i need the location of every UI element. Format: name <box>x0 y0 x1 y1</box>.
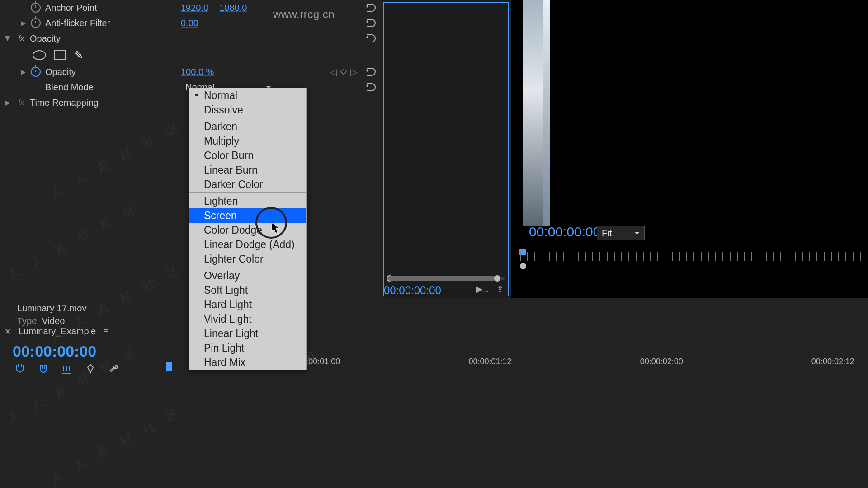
play-resolution-icon[interactable]: ▶⎵ <box>476 284 488 294</box>
fx-badge-icon[interactable]: fx <box>15 98 27 107</box>
stopwatch-icon[interactable] <box>31 67 41 77</box>
preview-content <box>543 0 550 226</box>
menu-item-color-burn[interactable]: Color Burn <box>189 148 306 163</box>
menu-item-linear-dodge-add[interactable]: Linear Dodge (Add) <box>189 237 306 252</box>
cursor-icon <box>271 222 280 237</box>
ellipse-mask-icon[interactable] <box>33 50 46 60</box>
preview-timecode[interactable]: 00:00:00:00 <box>529 224 600 239</box>
preview-ruler-handle[interactable] <box>520 263 526 269</box>
menu-item-darken[interactable]: Darken <box>189 119 306 134</box>
reset-icon[interactable] <box>366 68 376 76</box>
preview-content <box>523 0 543 226</box>
menu-item-dissolve[interactable]: Dissolve <box>189 103 306 117</box>
asset-type-label: Type: <box>17 316 39 326</box>
reset-icon[interactable] <box>366 83 376 91</box>
zoom-slider[interactable] <box>387 277 505 280</box>
ruler-tick-label: 00:00:02:00 <box>640 357 683 365</box>
anchor-point-y-value[interactable]: 1080.0 <box>219 3 247 13</box>
panel-menu-icon[interactable]: ≡ <box>103 326 107 337</box>
reset-icon[interactable] <box>366 34 376 42</box>
watermark-url: www.rrcg.cn <box>273 8 335 21</box>
snap-icon[interactable] <box>14 363 25 376</box>
menu-separator <box>189 267 306 267</box>
disclosure-icon[interactable] <box>0 99 15 106</box>
pen-mask-icon[interactable] <box>74 49 83 61</box>
menu-item-soft-light[interactable]: Soft Light <box>189 283 306 297</box>
stopwatch-icon[interactable] <box>31 18 41 28</box>
prop-blend-mode-label: Blend Mode <box>45 82 181 93</box>
timeline-timecode[interactable]: 00:00:00:00 <box>13 343 96 360</box>
asset-info: Luminary 17.mov Type: Video <box>17 302 86 327</box>
menu-item-lighten[interactable]: Lighten <box>189 194 306 208</box>
settings-icon[interactable] <box>108 363 119 376</box>
asset-type-value: Video <box>42 316 65 326</box>
panel-timecode[interactable]: 00:00:00:00 <box>384 284 441 297</box>
preview-frame <box>383 2 509 296</box>
magnet-icon[interactable] <box>38 363 49 376</box>
marker-icon[interactable] <box>85 363 96 376</box>
stopwatch-icon[interactable] <box>31 3 41 13</box>
menu-item-color-dodge[interactable]: Color Dodge <box>189 223 306 237</box>
close-tab-icon[interactable]: ✕ <box>5 327 11 337</box>
effect-opacity-label: Opacity <box>30 33 181 44</box>
preview-right-pane: 00:00:00:00 Fit <box>511 0 868 298</box>
menu-item-darker-color[interactable]: Darker Color <box>189 177 306 192</box>
menu-item-screen[interactable]: Screen <box>189 208 306 223</box>
menu-item-linear-burn[interactable]: Linear Burn <box>189 163 306 177</box>
timeline-tools <box>14 363 119 376</box>
menu-item-linear-light[interactable]: Linear Light <box>189 326 306 341</box>
disclosure-icon[interactable] <box>0 35 15 42</box>
menu-item-overlay[interactable]: Overlay <box>189 268 306 283</box>
reset-icon[interactable] <box>366 19 376 27</box>
menu-item-vivid-light[interactable]: Vivid Light <box>189 312 306 326</box>
menu-item-hard-light[interactable]: Hard Light <box>189 297 306 312</box>
disclosure-icon[interactable] <box>15 19 31 27</box>
prop-anti-flicker-label: Anti-flicker Filter <box>45 18 181 28</box>
opacity-value[interactable]: 100.0 % <box>181 67 214 77</box>
export-frame-icon[interactable]: ⇪ <box>497 284 504 294</box>
fx-badge-icon[interactable]: fx <box>15 34 27 43</box>
ruler-tick-label: 00:00:01:12 <box>468 357 511 365</box>
anti-flicker-value[interactable]: 0.00 <box>181 18 198 28</box>
menu-item-lighter-color[interactable]: Lighter Color <box>189 252 306 266</box>
menu-separator <box>189 192 306 193</box>
menu-item-hard-mix[interactable]: Hard Mix <box>189 355 306 370</box>
keyframe-nav[interactable]: ◁▷ <box>326 66 362 77</box>
menu-item-pin-light[interactable]: Pin Light <box>189 341 306 355</box>
anchor-point-x-value[interactable]: 1920.0 <box>181 3 208 13</box>
linked-selection-icon[interactable] <box>61 363 72 376</box>
program-monitor: ▶⎵ ⇪ 00:00:00:00 <box>382 0 510 298</box>
chevron-down-icon <box>634 232 640 237</box>
menu-item-normal[interactable]: Normal <box>189 88 306 103</box>
preview-ruler[interactable] <box>520 252 863 261</box>
rectangle-mask-icon[interactable] <box>54 50 66 60</box>
zoom-fit-value: Fit <box>602 228 612 239</box>
menu-item-multiply[interactable]: Multiply <box>189 134 306 148</box>
menu-separator <box>189 118 306 118</box>
reset-icon[interactable] <box>366 4 376 12</box>
zoom-handle-right[interactable] <box>494 275 500 282</box>
timeline-tab-label: Luminary_Example <box>19 326 96 337</box>
disclosure-icon[interactable] <box>15 68 31 75</box>
ruler-tick-label: 00:00:02:12 <box>811 357 854 365</box>
timeline-tab[interactable]: ✕ Luminary_Example ≡ <box>5 326 107 337</box>
prop-anchor-point-label: Anchor Point <box>45 3 181 13</box>
prop-opacity-label: Opacity <box>45 67 181 77</box>
zoom-thumb[interactable] <box>387 276 496 281</box>
asset-name: Luminary 17.mov <box>17 302 86 314</box>
zoom-fit-dropdown[interactable]: Fit <box>597 226 645 240</box>
blend-mode-menu[interactable]: Normal Dissolve Darken Multiply Color Bu… <box>189 88 307 370</box>
